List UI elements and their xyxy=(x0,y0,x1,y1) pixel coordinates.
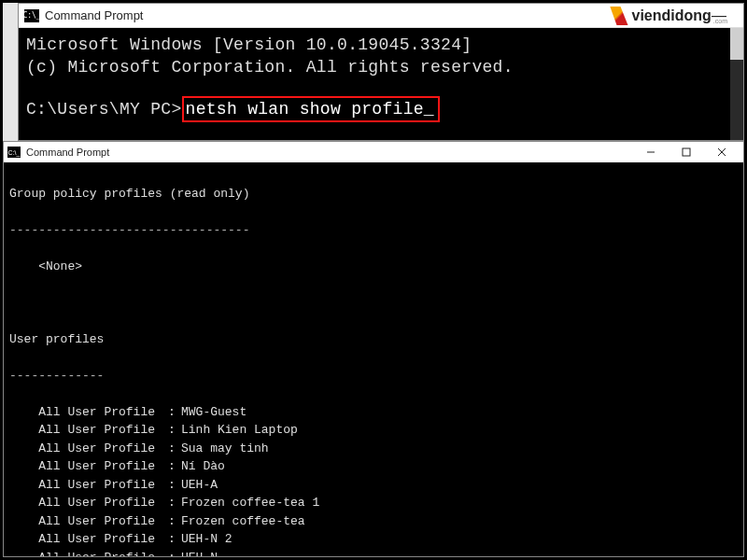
profile-label: All User Profile xyxy=(9,421,168,440)
terminal-area-1[interactable]: Microsoft Windows [Version 10.0.19045.33… xyxy=(19,28,743,140)
profile-label: All User Profile xyxy=(9,530,168,549)
watermark-text: viendidong xyxy=(632,7,712,24)
profile-list: All User Profile: MWG-Guest All User Pro… xyxy=(9,403,738,557)
profile-row: All User Profile: Linh Kien Laptop xyxy=(9,421,738,440)
user-profiles-dash: ------------- xyxy=(9,367,738,385)
colon: : xyxy=(168,476,181,495)
profile-name: Frozen coffee-tea xyxy=(181,514,305,528)
banner-line-1: Microsoft Windows [Version 10.0.19045.33… xyxy=(26,34,736,56)
terminal-area-2[interactable]: Group policy profiles (read only) ------… xyxy=(4,162,743,556)
colon: : xyxy=(168,457,181,476)
user-profiles-header: User profiles xyxy=(9,330,738,349)
banner-line-2: (c) Microsoft Corporation. All rights re… xyxy=(26,56,736,78)
svg-rect-1 xyxy=(683,148,690,156)
cmd-window-2: C:\_ Command Prompt Group policy profile… xyxy=(3,141,744,557)
profile-name: MWG-Guest xyxy=(181,405,247,419)
cmd-icon: C:\_ xyxy=(24,9,39,22)
profile-name: Linh Kien Laptop xyxy=(181,423,298,437)
colon: : xyxy=(168,530,181,549)
profile-row: All User Profile: Sua may tinh xyxy=(9,440,738,458)
colon: : xyxy=(168,403,181,422)
profile-name: Sua may tinh xyxy=(181,441,269,455)
prompt-prefix: C:\Users\MY PC> xyxy=(26,100,182,119)
profile-row: All User Profile: MWG-Guest xyxy=(9,403,738,422)
colon: : xyxy=(168,549,181,557)
prompt-line: C:\Users\MY PC>netsh wlan show profile_ xyxy=(26,96,736,122)
profile-row: All User Profile: UEH-N 2 xyxy=(9,530,738,549)
window-title-2: Command Prompt xyxy=(26,147,109,158)
blank-line xyxy=(9,294,738,313)
profile-label: All User Profile xyxy=(9,549,168,557)
profile-name: Frozen coffee-tea 1 xyxy=(181,496,319,510)
profile-name: Ní Dào xyxy=(181,459,225,473)
watermark-sub: .com xyxy=(713,18,727,24)
profile-name: UEH-A xyxy=(181,478,218,492)
group-policy-dash: --------------------------------- xyxy=(9,221,738,240)
command-highlight: netsh wlan show profile_ xyxy=(182,96,440,122)
profile-label: All User Profile xyxy=(9,512,168,531)
profile-label: All User Profile xyxy=(9,476,168,495)
colon: : xyxy=(168,440,181,458)
profile-row: All User Profile: UEH-N xyxy=(9,549,738,557)
group-policy-none: <None> xyxy=(9,258,738,276)
window-title-1: Command Prompt xyxy=(45,8,700,22)
profile-label: All User Profile xyxy=(9,457,168,476)
profile-row: All User Profile: UEH-A xyxy=(9,476,738,495)
close-button-2[interactable] xyxy=(704,142,740,162)
profile-name: UEH-N 2 xyxy=(181,532,233,546)
titlebar-2[interactable]: C:\_ Command Prompt xyxy=(4,142,743,162)
watermark-mark-icon xyxy=(610,7,628,25)
scrollbar-1[interactable] xyxy=(730,28,743,140)
maximize-button-2[interactable] xyxy=(669,142,704,162)
colon: : xyxy=(168,421,181,440)
watermark-logo: viendidong .com xyxy=(610,7,728,25)
minimize-button-2[interactable] xyxy=(633,142,669,162)
colon: : xyxy=(168,512,181,531)
profile-row: All User Profile: Frozen coffee-tea xyxy=(9,512,738,531)
profile-name: UEH-N xyxy=(181,551,218,557)
profile-row: All User Profile: Frozen coffee-tea 1 xyxy=(9,494,738,512)
group-policy-header: Group policy profiles (read only) xyxy=(9,185,738,203)
profile-row: All User Profile: Ní Dào xyxy=(9,457,738,476)
profile-label: All User Profile xyxy=(9,494,168,512)
profile-label: All User Profile xyxy=(9,403,168,422)
cmd-icon: C:\_ xyxy=(7,147,21,158)
scrollbar-thumb-1[interactable] xyxy=(730,28,743,60)
colon: : xyxy=(168,494,181,512)
profile-label: All User Profile xyxy=(9,440,168,458)
